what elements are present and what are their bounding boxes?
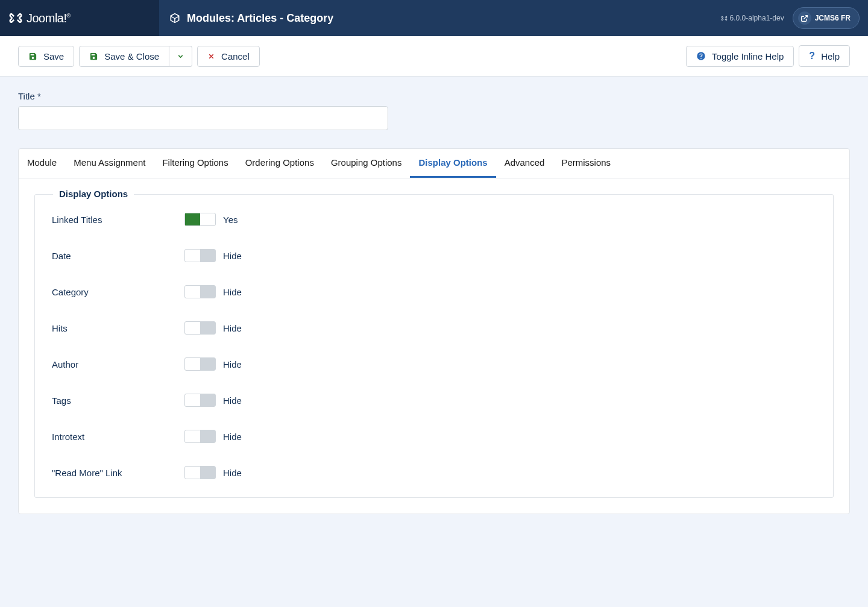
switch-container: Hide	[184, 321, 242, 335]
switch-container: Hide	[184, 249, 242, 262]
switch-container: Hide	[184, 357, 242, 371]
logo-text: Joomla!®	[27, 11, 71, 25]
tab-advanced[interactable]: Advanced	[496, 149, 553, 178]
field-label: "Read More" Link	[52, 468, 184, 478]
toggle-help-label: Toggle Inline Help	[712, 51, 784, 61]
save-button[interactable]: Save	[18, 46, 74, 67]
field-row: DateHide	[52, 249, 816, 262]
switch-value-text: Hide	[223, 323, 242, 333]
question-icon: ?	[809, 51, 815, 61]
field-label: Hits	[52, 323, 184, 333]
tabs: ModuleMenu AssignmentFiltering OptionsOr…	[19, 149, 849, 178]
cube-icon	[169, 12, 181, 24]
switch-container: Hide	[184, 466, 242, 479]
save-close-label: Save & Close	[104, 51, 159, 61]
toggle-switch[interactable]	[184, 321, 216, 335]
switch-value-text: Yes	[223, 215, 237, 225]
site-link-label: JCMS6 FR	[815, 14, 851, 22]
toolbar: Save Save & Close Cancel Toggle Inline H…	[0, 36, 868, 77]
save-icon	[28, 52, 37, 61]
tab-ordering-options[interactable]: Ordering Options	[237, 149, 322, 178]
switch-container: Hide	[184, 285, 242, 298]
toggle-switch[interactable]	[184, 285, 216, 298]
field-label: Linked Titles	[52, 215, 184, 225]
field-row: IntrotextHide	[52, 430, 816, 443]
chevron-down-icon	[177, 52, 184, 60]
cancel-label: Cancel	[221, 51, 250, 61]
switch-container: Yes	[184, 213, 237, 226]
toggle-switch[interactable]	[184, 466, 216, 479]
version-text: 6.0.0-alpha1-dev	[721, 14, 784, 22]
tab-display-options[interactable]: Display Options	[410, 149, 495, 178]
switch-value-text: Hide	[223, 432, 242, 442]
field-label: Date	[52, 251, 184, 261]
content-area: Title * ModuleMenu AssignmentFiltering O…	[0, 77, 868, 529]
external-link-icon	[798, 11, 811, 25]
title-label: Title *	[18, 91, 850, 101]
tabs-container: ModuleMenu AssignmentFiltering OptionsOr…	[18, 148, 850, 514]
joomla-small-icon	[721, 15, 728, 22]
field-row: HitsHide	[52, 321, 816, 335]
toggle-switch[interactable]	[184, 357, 216, 371]
toggle-switch[interactable]	[184, 213, 216, 226]
switch-container: Hide	[184, 430, 242, 443]
switch-value-text: Hide	[223, 251, 242, 261]
field-row: AuthorHide	[52, 357, 816, 371]
toggle-switch[interactable]	[184, 249, 216, 262]
app-header: Joomla!® Modules: Articles - Category 6.…	[0, 0, 868, 36]
close-icon	[207, 52, 215, 60]
save-dropdown-button[interactable]	[169, 46, 192, 67]
save-close-group: Save & Close	[79, 46, 192, 67]
switch-value-text: Hide	[223, 287, 242, 297]
help-label: Help	[821, 51, 840, 61]
tab-module[interactable]: Module	[19, 149, 65, 178]
tab-content: Display Options Linked TitlesYesDateHide…	[19, 178, 849, 514]
tab-filtering-options[interactable]: Filtering Options	[154, 149, 236, 178]
field-row: "Read More" LinkHide	[52, 466, 816, 479]
save-label: Save	[43, 51, 64, 61]
field-row: TagsHide	[52, 394, 816, 407]
page-title-area: Modules: Articles - Category	[159, 12, 721, 25]
toggle-switch[interactable]	[184, 394, 216, 407]
logo-area[interactable]: Joomla!®	[0, 0, 159, 36]
tab-grouping-options[interactable]: Grouping Options	[322, 149, 410, 178]
field-label: Tags	[52, 395, 184, 406]
page-title: Modules: Articles - Category	[187, 12, 333, 25]
save-icon	[89, 52, 98, 61]
switch-value-text: Hide	[223, 359, 242, 370]
fieldset-legend: Display Options	[53, 189, 134, 199]
tab-menu-assignment[interactable]: Menu Assignment	[65, 149, 154, 178]
joomla-logo-icon	[8, 11, 23, 25]
toggle-switch[interactable]	[184, 430, 216, 443]
toggle-inline-help-button[interactable]: Toggle Inline Help	[686, 46, 794, 67]
display-options-fieldset: Display Options Linked TitlesYesDateHide…	[34, 194, 834, 498]
cancel-button[interactable]: Cancel	[197, 46, 260, 67]
help-circle-icon	[696, 51, 706, 61]
field-label: Introtext	[52, 432, 184, 442]
switch-value-text: Hide	[223, 468, 242, 478]
site-link[interactable]: JCMS6 FR	[793, 7, 860, 29]
title-input[interactable]	[18, 106, 388, 130]
save-close-button[interactable]: Save & Close	[79, 46, 169, 67]
field-label: Category	[52, 287, 184, 297]
switch-value-text: Hide	[223, 395, 242, 406]
field-label: Author	[52, 359, 184, 370]
field-row: Linked TitlesYes	[52, 213, 816, 226]
help-button[interactable]: ? Help	[799, 45, 850, 67]
tab-permissions[interactable]: Permissions	[553, 149, 619, 178]
header-right: 6.0.0-alpha1-dev JCMS6 FR	[721, 7, 868, 29]
field-row: CategoryHide	[52, 285, 816, 298]
switch-container: Hide	[184, 394, 242, 407]
